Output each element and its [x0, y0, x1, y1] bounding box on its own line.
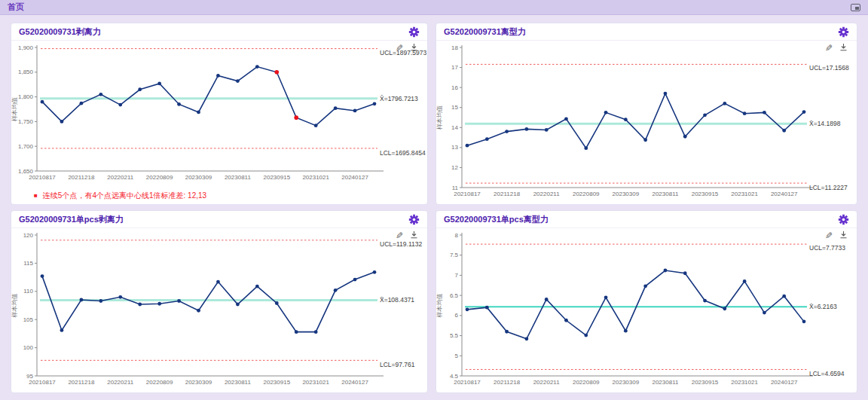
- window-resize-icon[interactable]: [851, 4, 860, 11]
- data-point[interactable]: [60, 328, 64, 332]
- x-tick-label: 20231021: [302, 379, 329, 386]
- data-point[interactable]: [353, 278, 357, 282]
- edit-icon[interactable]: ✎: [396, 231, 403, 240]
- data-point[interactable]: [545, 128, 549, 132]
- data-point[interactable]: [157, 81, 161, 85]
- data-point[interactable]: [782, 129, 786, 133]
- settings-gear-icon[interactable]: [838, 26, 849, 38]
- data-point[interactable]: [138, 87, 142, 91]
- data-point[interactable]: [802, 319, 806, 323]
- y-tick-label: 1,850: [18, 69, 34, 75]
- data-point[interactable]: [177, 102, 181, 106]
- data-point[interactable]: [294, 115, 298, 120]
- data-point[interactable]: [763, 111, 766, 115]
- edit-icon[interactable]: ✎: [825, 44, 833, 53]
- edit-icon[interactable]: ✎: [396, 44, 403, 53]
- data-point[interactable]: [564, 117, 568, 121]
- data-point[interactable]: [782, 295, 786, 298]
- data-point[interactable]: [485, 137, 489, 141]
- download-glyph: [839, 231, 848, 239]
- data-point[interactable]: [524, 127, 528, 131]
- data-point[interactable]: [703, 113, 707, 117]
- data-point[interactable]: [643, 138, 647, 142]
- data-point[interactable]: [505, 130, 509, 133]
- data-point[interactable]: [216, 280, 220, 284]
- x-tick-label: 20231021: [302, 174, 329, 181]
- data-point[interactable]: [197, 111, 200, 115]
- edit-icon[interactable]: ✎: [825, 231, 833, 240]
- data-point[interactable]: [314, 124, 318, 127]
- data-point[interactable]: [505, 330, 509, 334]
- data-point[interactable]: [664, 269, 668, 273]
- data-point[interactable]: [545, 298, 549, 301]
- data-point[interactable]: [802, 110, 806, 114]
- download-icon[interactable]: [839, 43, 848, 53]
- data-point[interactable]: [41, 274, 44, 278]
- download-glyph: [839, 43, 848, 51]
- data-point[interactable]: [314, 330, 318, 334]
- data-point[interactable]: [763, 311, 766, 315]
- data-point[interactable]: [723, 307, 726, 310]
- data-point[interactable]: [99, 93, 102, 96]
- download-icon[interactable]: [839, 231, 848, 240]
- data-point[interactable]: [584, 334, 588, 337]
- data-point[interactable]: [334, 289, 338, 292]
- data-point[interactable]: [295, 330, 298, 334]
- data-point[interactable]: [255, 65, 259, 69]
- data-point[interactable]: [236, 303, 240, 307]
- y-tick-label: 7.5: [450, 252, 459, 258]
- data-point[interactable]: [118, 295, 122, 299]
- data-point[interactable]: [624, 329, 628, 333]
- download-icon[interactable]: [410, 43, 418, 53]
- data-point[interactable]: [275, 301, 279, 305]
- data-point[interactable]: [79, 102, 83, 105]
- data-point[interactable]: [466, 144, 469, 148]
- data-point[interactable]: [564, 319, 568, 322]
- data-point[interactable]: [79, 298, 83, 302]
- home-tab[interactable]: 首页: [8, 2, 24, 13]
- data-point[interactable]: [373, 270, 377, 274]
- data-point[interactable]: [236, 79, 240, 83]
- settings-gear-icon[interactable]: [838, 214, 849, 225]
- download-icon[interactable]: [410, 231, 418, 240]
- download-glyph: [410, 43, 418, 51]
- data-point[interactable]: [138, 303, 142, 307]
- lcl-label: LCL=1695.8454: [380, 149, 426, 157]
- x-tick-label: 20230915: [692, 379, 719, 386]
- data-point[interactable]: [723, 102, 726, 105]
- x-tick-label: 20230915: [692, 191, 719, 197]
- data-point[interactable]: [584, 146, 588, 150]
- data-point[interactable]: [683, 135, 687, 139]
- data-point[interactable]: [353, 109, 357, 113]
- data-point[interactable]: [703, 299, 707, 303]
- data-point[interactable]: [643, 284, 647, 288]
- data-point[interactable]: [60, 120, 64, 124]
- data-point[interactable]: [157, 302, 161, 306]
- data-point[interactable]: [604, 295, 608, 299]
- data-point[interactable]: [118, 103, 122, 107]
- data-point[interactable]: [624, 118, 628, 121]
- data-point[interactable]: [197, 309, 200, 313]
- data-point[interactable]: [274, 70, 279, 75]
- settings-gear-icon[interactable]: [408, 214, 420, 225]
- data-point[interactable]: [683, 271, 687, 275]
- data-point[interactable]: [664, 92, 668, 96]
- data-point[interactable]: [524, 337, 528, 340]
- x-tick-label: 20220809: [573, 191, 600, 197]
- gear-glyph: [408, 26, 420, 38]
- data-point[interactable]: [41, 100, 44, 104]
- settings-gear-icon[interactable]: [408, 26, 420, 38]
- data-point[interactable]: [373, 102, 377, 105]
- y-tick-label: 6: [455, 312, 459, 319]
- data-point[interactable]: [743, 111, 747, 115]
- data-point[interactable]: [255, 285, 259, 289]
- data-point[interactable]: [334, 106, 338, 110]
- data-point[interactable]: [743, 279, 747, 283]
- data-point[interactable]: [99, 299, 102, 303]
- y-tick-label: 7: [455, 272, 459, 279]
- data-point[interactable]: [216, 74, 220, 78]
- data-point[interactable]: [177, 299, 181, 303]
- data-point[interactable]: [604, 111, 608, 115]
- data-point[interactable]: [466, 307, 469, 311]
- data-point[interactable]: [485, 306, 489, 310]
